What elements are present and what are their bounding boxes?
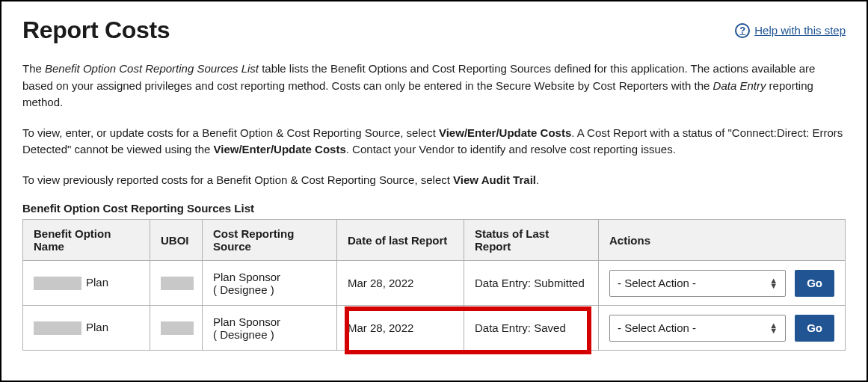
table-title: Benefit Option Cost Reporting Sources Li… — [22, 202, 846, 215]
redacted-text — [34, 321, 81, 335]
th-actions: Actions — [599, 220, 846, 261]
cell-status: Data Entry: Submitted — [464, 261, 599, 306]
select-caret-icon: ▲▼ — [769, 323, 778, 333]
intro-paragraph-1: The Benefit Option Cost Reporting Source… — [22, 61, 846, 111]
th-uboi: UBOI — [150, 220, 203, 261]
cell-actions: - Select Action - ▲▼ Go — [599, 261, 846, 306]
th-source: Cost Reporting Source — [203, 220, 337, 261]
go-button[interactable]: Go — [795, 270, 834, 297]
th-benefit-option: Benefit Option Name — [23, 220, 150, 261]
cell-benefit: Plan — [23, 306, 150, 351]
go-button[interactable]: Go — [795, 315, 834, 342]
cell-uboi — [150, 306, 203, 351]
select-caret-icon: ▲▼ — [769, 278, 778, 288]
cell-actions: - Select Action - ▲▼ Go — [599, 306, 846, 351]
page-title: Report Costs — [22, 16, 170, 44]
intro-paragraph-3: To view previously reported costs for a … — [22, 172, 846, 189]
table-row: Plan Plan Sponsor ( Designee ) Mar 28, 2… — [23, 261, 846, 306]
action-select[interactable]: - Select Action - ▲▼ — [609, 315, 786, 342]
help-link[interactable]: ? Help with this step — [735, 23, 846, 38]
th-date: Date of last Report — [337, 220, 464, 261]
cell-benefit: Plan — [23, 261, 150, 306]
cost-reporting-table: Benefit Option Name UBOI Cost Reporting … — [22, 219, 846, 351]
help-link-text: Help with this step — [754, 24, 846, 37]
redacted-text — [34, 277, 81, 290]
cell-source: Plan Sponsor ( Designee ) — [203, 306, 337, 351]
intro-paragraph-2: To view, enter, or update costs for a Be… — [22, 125, 846, 158]
cell-status: Data Entry: Saved — [464, 306, 599, 351]
action-select[interactable]: - Select Action - ▲▼ — [609, 270, 786, 297]
table-row: Plan Plan Sponsor ( Designee ) Mar 28, 2… — [23, 306, 846, 351]
cell-uboi — [150, 261, 203, 306]
redacted-text — [161, 277, 194, 290]
cell-date: Mar 28, 2022 — [337, 261, 464, 306]
th-status: Status of Last Report — [464, 220, 599, 261]
cell-source: Plan Sponsor ( Designee ) — [203, 261, 337, 306]
select-placeholder: - Select Action - — [618, 277, 696, 289]
cell-date: Mar 28, 2022 — [337, 306, 464, 351]
redacted-text — [161, 321, 194, 335]
question-icon: ? — [735, 23, 750, 38]
select-placeholder: - Select Action - — [618, 321, 696, 334]
